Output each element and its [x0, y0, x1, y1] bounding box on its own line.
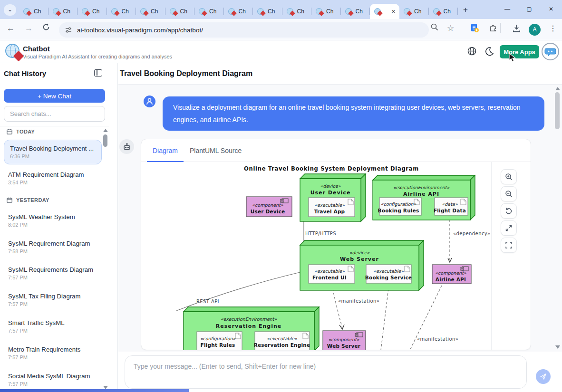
node-web-server[interactable]: «device» Web Server «executable» Fronten…	[300, 240, 424, 290]
reset-view-button[interactable]	[501, 203, 517, 219]
chat-item[interactable]: Metro Train Requirements 7:57 PM	[8, 346, 106, 360]
chat-scrollbar-thumb[interactable]	[555, 92, 560, 129]
diagram-viewport[interactable]: Online Travel Booking System Deployment …	[147, 163, 490, 350]
sidebar-scrollbar-thumb[interactable]	[103, 134, 107, 147]
svg-text:Reservation Engine: Reservation Engine	[216, 323, 281, 329]
chat-scroll-down[interactable]	[555, 345, 560, 349]
node-airline-api-environment[interactable]: «executionEnvironment» Airline API «conf…	[373, 175, 475, 220]
chat-group-header-yesterday: YESTERDAY	[7, 197, 49, 203]
tab-search-button[interactable]: ⌄	[4, 4, 16, 16]
chat-scroll-up[interactable]	[555, 87, 560, 90]
visual-paradigm-favicon	[199, 8, 206, 15]
minimize-button[interactable]: —	[496, 0, 518, 18]
svg-text:Airline API: Airline API	[403, 191, 439, 197]
robot-icon	[123, 143, 131, 151]
chat-item[interactable]: ATM Requirement Diagram 3:54 PM	[8, 171, 106, 185]
svg-text:«data»: «data»	[442, 201, 457, 207]
reload-icon	[42, 23, 50, 31]
chat-item[interactable]: SysML Weather System 8:02 PM	[8, 213, 106, 228]
component-user-device[interactable]: «component» User Device	[246, 197, 292, 217]
chat-item[interactable]: SysML Requirement Diagram 7:58 PM	[8, 240, 106, 254]
browser-tab[interactable]: Ch	[399, 4, 429, 19]
component-airline-api[interactable]: «component» Airline API	[432, 265, 471, 284]
edge-manifestation-2a	[381, 285, 389, 350]
downloads-button[interactable]	[512, 24, 521, 35]
app-title: Chatbot	[23, 45, 50, 53]
browser-tab-active[interactable]: ✕	[370, 4, 399, 19]
browser-tab[interactable]: Ch	[48, 4, 78, 19]
tab-strip: ⌄ Ch Ch Ch Ch Ch Ch Ch Ch Ch Ch Ch Ch ✕ …	[0, 0, 562, 19]
profile-avatar[interactable]: A	[529, 24, 541, 36]
new-tab-button[interactable]: +	[459, 4, 472, 16]
svg-text:«executable»: «executable»	[267, 336, 297, 341]
extensions-button[interactable]	[489, 24, 497, 34]
browser-tab[interactable]: Ch	[224, 4, 253, 19]
zoom-page-button[interactable]	[430, 23, 439, 33]
svg-text:Booking Rules: Booking Rules	[378, 208, 419, 213]
edge-manifestation-1	[332, 285, 342, 328]
site-settings-icon[interactable]	[65, 26, 72, 34]
chat-item[interactable]: Social Media SysML Diagram 7:57 PM	[8, 373, 106, 387]
search-chats-input[interactable]	[4, 106, 105, 122]
browser-tab[interactable]: Ch	[165, 4, 195, 19]
browser-tab[interactable]: Ch	[78, 4, 107, 19]
browser-tab[interactable]: Ch	[253, 4, 282, 19]
sidebar-scroll-up[interactable]	[103, 129, 108, 132]
browser-tab[interactable]: Ch	[19, 4, 48, 19]
browser-menu-button[interactable]: ⋮	[549, 24, 557, 33]
svg-text:Web Server: Web Server	[327, 343, 361, 349]
zoom-in-button[interactable]	[501, 169, 517, 184]
visual-paradigm-favicon	[374, 8, 382, 15]
svg-text:Frontend UI: Frontend UI	[312, 275, 347, 280]
language-globe-button[interactable]	[467, 46, 477, 58]
browser-tab[interactable]: Ch	[311, 4, 341, 19]
maximize-button[interactable]: ▢	[518, 0, 540, 18]
tab-close-icon[interactable]: ✕	[391, 9, 396, 14]
address-bar[interactable]: ai-toolbox.visual-paradigm.com/app/chatb…	[59, 22, 429, 38]
message-input[interactable]	[125, 355, 527, 389]
more-apps-button[interactable]: More Apps	[500, 45, 539, 58]
visual-paradigm-favicon	[316, 8, 323, 15]
expand-button[interactable]	[501, 220, 517, 236]
dark-mode-moon-button[interactable]	[484, 47, 494, 58]
tab-plantuml-source[interactable]: PlantUML Source	[190, 147, 242, 154]
browser-tab[interactable]: Ch	[282, 4, 312, 19]
component-web-server[interactable]: «component» Web Server	[323, 331, 366, 350]
calendar-icon	[7, 129, 12, 134]
visual-paradigm-favicon	[228, 8, 236, 15]
visual-paradigm-favicon	[53, 8, 60, 15]
browser-tab[interactable]: Ch	[136, 4, 165, 19]
chatbot-assistant-button[interactable]	[542, 43, 559, 60]
browser-tab[interactable]: Ch	[429, 4, 458, 19]
visual-paradigm-favicon	[257, 8, 265, 15]
svg-text:«component»: «component»	[328, 337, 359, 342]
reload-button[interactable]	[42, 23, 50, 34]
chat-item-selected[interactable]: Travel Booking Deployment ... 6:36 PM	[4, 140, 102, 164]
bookmark-star-button[interactable]: ☆	[447, 23, 454, 33]
sidebar-scroll-down[interactable]	[103, 386, 108, 389]
visual-paradigm-favicon	[433, 8, 441, 15]
docs-extension-button[interactable]	[470, 23, 479, 35]
node-reservation-engine[interactable]: «executionEnvironment» Reservation Engin…	[184, 307, 319, 350]
visual-paradigm-favicon	[287, 8, 294, 15]
tab-diagram[interactable]: Diagram	[153, 147, 178, 154]
edge-label-manifestation-2: «manifestation»	[417, 336, 458, 342]
chat-item[interactable]: Smart Traffic SysML 7:57 PM	[8, 319, 106, 334]
url-text: ai-toolbox.visual-paradigm.com/app/chatb…	[77, 27, 203, 34]
browser-tab[interactable]: Ch	[194, 4, 224, 19]
chat-item[interactable]: SysML Tax Filing Diagram 7:57 PM	[8, 293, 106, 307]
chat-item[interactable]: SysML Requirements Diagram 7:57 PM	[8, 266, 106, 280]
chat-bubble-icon	[543, 44, 558, 59]
zoom-out-button[interactable]	[501, 186, 517, 201]
browser-tab[interactable]: Ch	[107, 4, 136, 19]
collapse-sidebar-icon[interactable]	[94, 69, 102, 76]
node-user-device[interactable]: «device» User Device «executable» Travel…	[300, 174, 366, 221]
fullscreen-button[interactable]	[501, 238, 517, 253]
send-button[interactable]	[536, 369, 551, 384]
new-chat-button[interactable]: + New Chat	[4, 89, 105, 103]
forward-button[interactable]: →	[25, 24, 33, 33]
svg-text:Booking Service: Booking Service	[365, 275, 412, 280]
window-close-button[interactable]: ✕	[540, 0, 562, 18]
back-button[interactable]: ←	[7, 24, 15, 33]
browser-tab[interactable]: Ch	[341, 4, 370, 19]
